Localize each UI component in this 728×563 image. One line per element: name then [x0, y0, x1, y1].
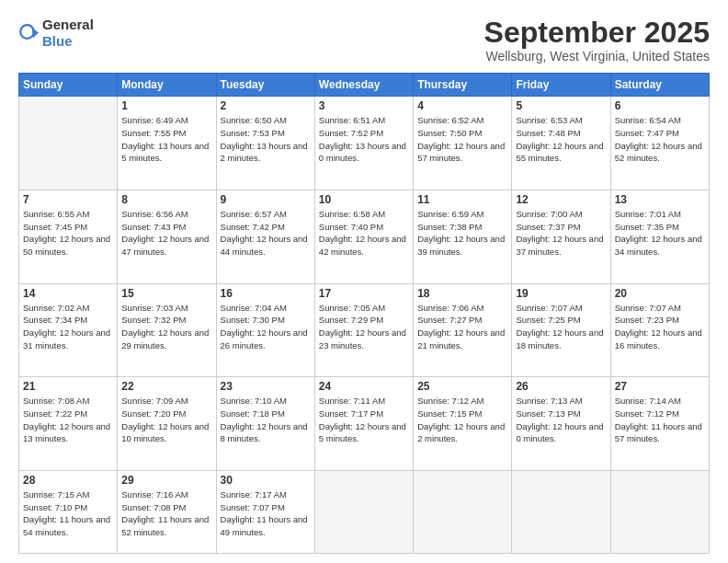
header: General Blue September 2025 Wellsburg, W…: [18, 17, 710, 63]
day-info: Sunrise: 6:55 AM Sunset: 7:45 PM Dayligh…: [23, 208, 113, 259]
logo-icon: [18, 23, 39, 43]
day-number: 11: [417, 193, 507, 206]
calendar-cell: 18Sunrise: 7:06 AM Sunset: 7:27 PM Dayli…: [414, 283, 512, 377]
day-info: Sunrise: 7:15 AM Sunset: 7:10 PM Dayligh…: [23, 488, 113, 539]
day-number: 23: [221, 380, 311, 393]
day-number: 30: [221, 474, 311, 487]
calendar-cell: 30Sunrise: 7:17 AM Sunset: 7:07 PM Dayli…: [216, 470, 314, 553]
calendar-cell: 10Sunrise: 6:58 AM Sunset: 7:40 PM Dayli…: [314, 190, 413, 283]
day-info: Sunrise: 7:11 AM Sunset: 7:17 PM Dayligh…: [319, 395, 409, 445]
day-info: Sunrise: 6:51 AM Sunset: 7:52 PM Dayligh…: [319, 114, 409, 165]
day-number: 27: [615, 380, 705, 393]
calendar-cell: 16Sunrise: 7:04 AM Sunset: 7:30 PM Dayli…: [216, 283, 314, 377]
calendar-cell: 21Sunrise: 7:08 AM Sunset: 7:22 PM Dayli…: [19, 377, 118, 471]
day-info: Sunrise: 7:05 AM Sunset: 7:29 PM Dayligh…: [319, 302, 409, 352]
day-number: 20: [615, 287, 705, 300]
calendar-row: 7Sunrise: 6:55 AM Sunset: 7:45 PM Daylig…: [19, 190, 710, 283]
day-number: 28: [23, 474, 113, 487]
day-info: Sunrise: 7:06 AM Sunset: 7:27 PM Dayligh…: [417, 302, 507, 352]
day-number: 8: [121, 193, 211, 206]
day-info: Sunrise: 7:07 AM Sunset: 7:25 PM Dayligh…: [516, 302, 606, 352]
calendar-cell: 25Sunrise: 7:12 AM Sunset: 7:15 PM Dayli…: [414, 377, 512, 471]
logo: General Blue: [18, 17, 94, 50]
day-number: 6: [615, 99, 705, 112]
day-info: Sunrise: 7:12 AM Sunset: 7:15 PM Dayligh…: [417, 395, 507, 445]
svg-point-0: [20, 25, 34, 39]
day-info: Sunrise: 7:07 AM Sunset: 7:23 PM Dayligh…: [615, 302, 705, 352]
calendar-cell: 2Sunrise: 6:50 AM Sunset: 7:53 PM Daylig…: [216, 97, 314, 190]
location: Wellsburg, West Virginia, United States: [484, 49, 710, 63]
calendar-cell: [19, 97, 118, 190]
calendar-cell: 15Sunrise: 7:03 AM Sunset: 7:32 PM Dayli…: [118, 283, 216, 377]
day-info: Sunrise: 6:54 AM Sunset: 7:47 PM Dayligh…: [615, 114, 705, 165]
col-thursday: Thursday: [414, 74, 512, 97]
calendar-cell: 13Sunrise: 7:01 AM Sunset: 7:35 PM Dayli…: [610, 190, 709, 283]
day-number: 15: [121, 287, 211, 300]
calendar-cell: [314, 470, 413, 553]
day-number: 7: [23, 193, 113, 206]
calendar-cell: 5Sunrise: 6:53 AM Sunset: 7:48 PM Daylig…: [512, 97, 610, 190]
day-number: 26: [516, 380, 606, 393]
calendar-cell: 22Sunrise: 7:09 AM Sunset: 7:20 PM Dayli…: [118, 377, 216, 471]
day-number: 4: [417, 99, 507, 112]
calendar-cell: 23Sunrise: 7:10 AM Sunset: 7:18 PM Dayli…: [216, 377, 314, 471]
day-number: 29: [121, 474, 211, 487]
calendar-cell: 20Sunrise: 7:07 AM Sunset: 7:23 PM Dayli…: [610, 283, 709, 377]
day-info: Sunrise: 6:57 AM Sunset: 7:42 PM Dayligh…: [221, 208, 311, 259]
col-wednesday: Wednesday: [314, 74, 413, 97]
day-info: Sunrise: 7:00 AM Sunset: 7:37 PM Dayligh…: [516, 208, 606, 259]
calendar-header-row: Sunday Monday Tuesday Wednesday Thursday…: [19, 74, 710, 97]
day-info: Sunrise: 7:13 AM Sunset: 7:13 PM Dayligh…: [516, 395, 606, 445]
day-number: 9: [221, 193, 311, 206]
day-number: 19: [516, 287, 606, 300]
calendar-cell: 9Sunrise: 6:57 AM Sunset: 7:42 PM Daylig…: [216, 190, 314, 283]
calendar-row: 14Sunrise: 7:02 AM Sunset: 7:34 PM Dayli…: [19, 283, 710, 377]
calendar-cell: 27Sunrise: 7:14 AM Sunset: 7:12 PM Dayli…: [610, 377, 709, 471]
day-info: Sunrise: 6:49 AM Sunset: 7:55 PM Dayligh…: [121, 114, 211, 165]
calendar-row: 28Sunrise: 7:15 AM Sunset: 7:10 PM Dayli…: [19, 470, 710, 553]
calendar-cell: 1Sunrise: 6:49 AM Sunset: 7:55 PM Daylig…: [118, 97, 216, 190]
day-number: 21: [23, 380, 113, 393]
calendar-row: 1Sunrise: 6:49 AM Sunset: 7:55 PM Daylig…: [19, 97, 710, 190]
col-monday: Monday: [118, 74, 216, 97]
calendar-cell: 14Sunrise: 7:02 AM Sunset: 7:34 PM Dayli…: [19, 283, 118, 377]
title-block: September 2025 Wellsburg, West Virginia,…: [484, 17, 710, 63]
calendar-cell: 11Sunrise: 6:59 AM Sunset: 7:38 PM Dayli…: [414, 190, 512, 283]
logo-blue: Blue: [42, 33, 73, 49]
day-info: Sunrise: 7:16 AM Sunset: 7:08 PM Dayligh…: [121, 488, 211, 539]
day-info: Sunrise: 6:52 AM Sunset: 7:50 PM Dayligh…: [417, 114, 507, 165]
calendar-cell: 8Sunrise: 6:56 AM Sunset: 7:43 PM Daylig…: [118, 190, 216, 283]
day-info: Sunrise: 7:10 AM Sunset: 7:18 PM Dayligh…: [221, 395, 311, 445]
calendar-cell: 7Sunrise: 6:55 AM Sunset: 7:45 PM Daylig…: [19, 190, 118, 283]
day-info: Sunrise: 7:09 AM Sunset: 7:20 PM Dayligh…: [121, 395, 211, 445]
calendar-row: 21Sunrise: 7:08 AM Sunset: 7:22 PM Dayli…: [19, 377, 710, 471]
col-saturday: Saturday: [610, 74, 709, 97]
col-friday: Friday: [512, 74, 610, 97]
calendar-cell: 17Sunrise: 7:05 AM Sunset: 7:29 PM Dayli…: [314, 283, 413, 377]
day-info: Sunrise: 6:59 AM Sunset: 7:38 PM Dayligh…: [417, 208, 507, 259]
day-info: Sunrise: 7:04 AM Sunset: 7:30 PM Dayligh…: [221, 302, 311, 352]
day-info: Sunrise: 7:01 AM Sunset: 7:35 PM Dayligh…: [615, 208, 705, 259]
day-number: 25: [417, 380, 507, 393]
calendar-cell: 24Sunrise: 7:11 AM Sunset: 7:17 PM Dayli…: [314, 377, 413, 471]
col-tuesday: Tuesday: [216, 74, 314, 97]
day-number: 14: [23, 287, 113, 300]
day-number: 18: [417, 287, 507, 300]
calendar-cell: 6Sunrise: 6:54 AM Sunset: 7:47 PM Daylig…: [610, 97, 709, 190]
day-number: 16: [221, 287, 311, 300]
day-number: 13: [615, 193, 705, 206]
day-info: Sunrise: 7:14 AM Sunset: 7:12 PM Dayligh…: [615, 395, 705, 445]
day-info: Sunrise: 7:17 AM Sunset: 7:07 PM Dayligh…: [221, 488, 311, 539]
calendar-cell: [512, 470, 610, 553]
logo-general: General: [42, 17, 94, 32]
day-info: Sunrise: 7:08 AM Sunset: 7:22 PM Dayligh…: [23, 395, 113, 445]
page: General Blue September 2025 Wellsburg, W…: [0, 0, 728, 563]
day-number: 17: [319, 287, 409, 300]
day-number: 2: [221, 99, 311, 112]
col-sunday: Sunday: [19, 74, 118, 97]
day-info: Sunrise: 7:02 AM Sunset: 7:34 PM Dayligh…: [23, 302, 113, 352]
day-number: 5: [516, 99, 606, 112]
calendar-cell: 3Sunrise: 6:51 AM Sunset: 7:52 PM Daylig…: [314, 97, 413, 190]
logo-text: General Blue: [42, 17, 94, 50]
day-info: Sunrise: 6:53 AM Sunset: 7:48 PM Dayligh…: [516, 114, 606, 165]
